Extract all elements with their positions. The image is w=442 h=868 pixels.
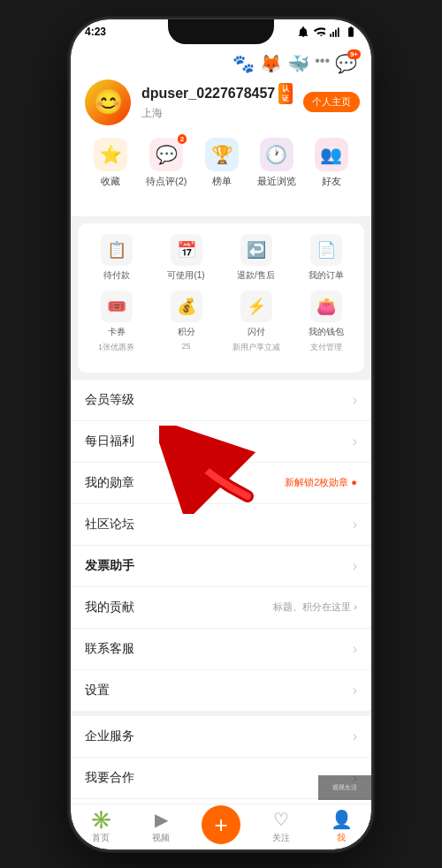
menu-vip-level[interactable]: 会员等级 ›	[71, 380, 371, 421]
menu-forum[interactable]: 社区论坛 ›	[71, 504, 371, 546]
forum-right: ›	[353, 517, 357, 532]
order-refund[interactable]: ↩️ 退款/售后	[225, 234, 287, 282]
medals-text: 我的勋章	[85, 475, 285, 491]
cooperation-text: 我要合作	[85, 770, 353, 786]
enterprise-text: 企业服务	[85, 728, 353, 744]
quick-nav-favorites[interactable]: ⭐ 收藏	[94, 138, 127, 188]
contribution-text: 我的贡献	[85, 600, 273, 615]
pending-payment-icon: 📋	[101, 234, 133, 266]
menu-icon-3[interactable]: 🐳	[287, 53, 309, 74]
friends-label: 好友	[322, 175, 341, 188]
order-pending-payment[interactable]: 📋 待付款	[85, 234, 148, 282]
chat-button[interactable]: 💬 9+	[335, 53, 357, 74]
all-orders-icon: 📄	[310, 234, 342, 266]
status-icons	[297, 26, 357, 38]
me-icon: 👤	[331, 809, 353, 830]
chat-badge-count: 9+	[347, 49, 361, 59]
enterprise-chevron: ›	[353, 728, 357, 744]
phone-frame: 4:23 🐾 🦊 🐳 •••	[71, 19, 371, 849]
wallet-label: 我的钱包	[309, 326, 344, 338]
watermark: 观视生活	[318, 775, 371, 800]
avatar[interactable]: 😊	[85, 79, 131, 125]
header-section: 🐾 🦊 🐳 ••• 💬 9+ 😊	[71, 44, 371, 216]
usable-icon: 📅	[171, 234, 202, 266]
settings-text: 设置	[85, 683, 353, 698]
nav-video[interactable]: ▶ 视频	[131, 809, 191, 844]
quick-nav-reviews[interactable]: 💬 2 待点评(2)	[146, 138, 187, 188]
customer-service-text: 联系客服	[85, 641, 353, 657]
pending-payment-label: 待付款	[103, 269, 130, 282]
menu-icon-2[interactable]: 🦊	[260, 53, 282, 74]
recent-label: 最近浏览	[257, 175, 296, 188]
vip-level-text: 会员等级	[85, 392, 353, 408]
invoice-chevron: ›	[353, 558, 357, 574]
cs-chevron: ›	[353, 641, 357, 657]
menu-settings[interactable]: 设置 ›	[71, 670, 371, 711]
me-label: 我	[337, 832, 346, 844]
coupons-sublabel: 1张优惠券	[98, 342, 134, 353]
menu-invoice[interactable]: 发票助手 ›	[71, 546, 371, 587]
wallet-sublabel: 支付管理	[310, 342, 342, 353]
quick-nav-friends[interactable]: 👥 好友	[315, 138, 348, 188]
flash-pay-label: 闪付	[248, 326, 265, 338]
order-points[interactable]: 💰 积分 25	[155, 291, 217, 353]
menu-icon-1[interactable]: 🐾	[232, 53, 255, 74]
username-text: dpuser_0227678457	[141, 86, 275, 102]
flash-pay-icon: ⚡	[240, 291, 272, 322]
invoice-right: ›	[353, 558, 357, 574]
nav-follow[interactable]: ♡ 关注	[251, 809, 311, 844]
forum-chevron: ›	[353, 517, 357, 532]
order-all[interactable]: 📄 我的订单	[294, 234, 357, 282]
order-flash-pay[interactable]: ⚡ 闪付 新用户享立减	[225, 291, 287, 353]
menu-customer-service[interactable]: 联系客服 ›	[71, 629, 371, 670]
bottom-nav: ✳️ 首页 ▶ 视频 + ♡ 关注 👤 我	[71, 804, 371, 849]
enterprise-right: ›	[353, 728, 357, 744]
user-profile-row: 😊 dpuser_0227678457 认证 上海 个人主页	[85, 79, 357, 125]
username-row: dpuser_0227678457 认证	[141, 83, 293, 104]
medals-right: 新解锁2枚勋章 ●	[285, 476, 357, 489]
watermark-text: 观视生活	[332, 783, 357, 792]
daily-welfare-text: 每日福利	[85, 434, 353, 449]
content-area: 🐾 🦊 🐳 ••• 💬 9+ 😊	[71, 44, 371, 804]
order-usable[interactable]: 📅 可使用(1)	[155, 234, 217, 282]
vip-chevron: ›	[353, 392, 357, 408]
order-coupons[interactable]: 🎟️ 卡券 1张优惠券	[85, 291, 148, 353]
battery-icon	[345, 26, 357, 38]
nav-home[interactable]: ✳️ 首页	[71, 809, 131, 844]
nav-add[interactable]: +	[191, 805, 251, 848]
forum-text: 社区论坛	[85, 517, 353, 532]
verified-badge: 认证	[278, 83, 293, 104]
contribution-sub: 标题、积分在这里 ›	[273, 600, 357, 614]
svg-rect-1	[332, 32, 334, 37]
usable-label: 可使用(1)	[167, 269, 204, 282]
user-location: 上海	[141, 106, 293, 121]
wallet-icon: 👛	[310, 291, 342, 322]
menu-contribution[interactable]: 我的贡献 标题、积分在这里 ›	[71, 587, 371, 629]
wifi-icon	[313, 26, 325, 38]
daily-welfare-right: ›	[353, 434, 357, 449]
points-icon: 💰	[171, 291, 202, 322]
signal-icon	[329, 26, 341, 38]
profile-button[interactable]: 个人主页	[303, 92, 360, 112]
add-button[interactable]: +	[202, 805, 240, 844]
status-time: 4:23	[85, 26, 106, 38]
more-icon[interactable]: •••	[315, 53, 330, 74]
all-orders-label: 我的订单	[309, 269, 344, 282]
quick-nav: ⭐ 收藏 💬 2 待点评(2) 🏆 榜单	[85, 138, 357, 188]
quick-nav-recent[interactable]: 🕐 最近浏览	[257, 138, 296, 188]
order-wallet[interactable]: 👛 我的钱包 支付管理	[294, 291, 357, 353]
favorites-label: 收藏	[101, 175, 120, 188]
menu-daily-welfare[interactable]: 每日福利 ›	[71, 421, 371, 463]
quick-nav-ranking[interactable]: 🏆 榜单	[205, 138, 239, 188]
menu-enterprise[interactable]: 企业服务 ›	[71, 716, 371, 758]
home-icon: ✳️	[90, 809, 112, 830]
video-label: 视频	[152, 832, 170, 844]
settings-right: ›	[353, 683, 357, 698]
menu-medals[interactable]: 我的勋章 新解锁2枚勋章 ●	[71, 463, 371, 504]
points-label: 积分	[178, 326, 195, 338]
app-icons-row: 🐾 🦊 🐳 ••• 💬 9+	[85, 53, 357, 74]
settings-chevron: ›	[353, 683, 357, 698]
nav-me[interactable]: 👤 我	[311, 809, 371, 844]
order-grid-row1: 📋 待付款 📅 可使用(1) ↩️ 退款/售后 📄 我的订单	[85, 234, 357, 282]
reviews-icon: 💬 2	[149, 138, 183, 171]
